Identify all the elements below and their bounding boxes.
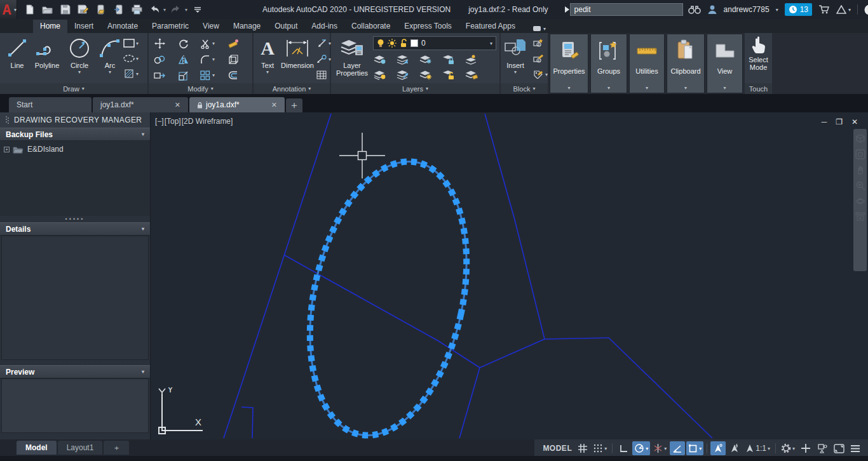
trim-button[interactable]: [198, 37, 212, 50]
new-layout-button[interactable]: ＋: [104, 441, 129, 455]
help-search-input[interactable]: [570, 3, 683, 16]
tab-model[interactable]: Model: [17, 441, 57, 455]
customization-button[interactable]: [848, 441, 863, 455]
panel-label-modify[interactable]: Modify▾: [149, 83, 252, 94]
drawing-line-2[interactable]: [485, 114, 545, 339]
file-tab2-close-icon[interactable]: ✕: [271, 101, 277, 109]
drawing-line-4[interactable]: [459, 368, 480, 438]
drm-title-bar[interactable]: DRAWING RECOVERY MANAGER: [0, 112, 150, 128]
doc-close-button[interactable]: ✕: [851, 117, 858, 126]
search-binoculars-icon[interactable]: [688, 4, 701, 15]
copy-button[interactable]: [153, 53, 166, 66]
save-to-web-mobile-button[interactable]: [111, 2, 126, 17]
layer-off-button[interactable]: [373, 53, 387, 66]
select-mode-button[interactable]: Select Mode: [745, 35, 772, 72]
file-tab1-close-icon[interactable]: ✕: [175, 101, 180, 109]
selected-ellipse-highlight[interactable]: [287, 147, 490, 439]
drm-section-preview[interactable]: Preview ▾: [0, 365, 150, 378]
file-tab-start[interactable]: Start: [9, 97, 92, 112]
insert-block-button[interactable]: Insert ▾: [501, 35, 530, 82]
tab-view[interactable]: View: [196, 20, 226, 33]
annotation-monitor-button[interactable]: [798, 441, 813, 455]
showmotion-icon[interactable]: [855, 212, 865, 221]
ortho-toggle[interactable]: [616, 441, 631, 455]
model-space-toggle[interactable]: MODEL: [541, 441, 574, 455]
orbit-icon[interactable]: [855, 196, 865, 206]
layer-lock-button[interactable]: [442, 53, 456, 66]
tab-home[interactable]: Home: [33, 20, 67, 33]
workspace-switching-button[interactable]: ▾: [779, 441, 797, 455]
layer-match-button[interactable]: [465, 69, 478, 81]
doc-restore-button[interactable]: ❐: [836, 117, 843, 126]
file-tab-joy1a-1[interactable]: joy1a.dxf* ✕: [93, 97, 188, 112]
drawing-line-3[interactable]: [480, 339, 545, 368]
circle-button[interactable]: Circle ▾: [65, 35, 94, 82]
panel-label-layers[interactable]: Layers▾: [331, 83, 499, 94]
autodesk-app-menu[interactable]: ▾: [836, 5, 851, 14]
define-attributes-button[interactable]: [531, 68, 545, 81]
fillet-caret-icon[interactable]: ▾: [212, 57, 215, 62]
new-file-tab-button[interactable]: ＋: [286, 98, 302, 112]
panel-label-annotation[interactable]: Annotation▾: [254, 83, 330, 94]
viewport-minimize-control[interactable]: [−]: [155, 117, 164, 126]
array-button[interactable]: [198, 69, 212, 82]
annotation-visibility-toggle[interactable]: [710, 441, 726, 455]
isometric-drafting-toggle[interactable]: ▾: [651, 441, 668, 455]
plot-button[interactable]: [129, 2, 144, 17]
drm-grip-icon[interactable]: [5, 116, 9, 124]
rectangle-button[interactable]: [122, 37, 136, 50]
polyline-button[interactable]: Polyline: [31, 35, 64, 82]
layer-isolate-button[interactable]: [396, 53, 410, 66]
search-history-arrow-icon[interactable]: [564, 6, 570, 13]
drawing-line-6[interactable]: [609, 338, 712, 438]
panel-utilities[interactable]: Utilities ▾: [629, 34, 665, 93]
hatch-button[interactable]: [122, 67, 136, 80]
drawing-canvas[interactable]: [151, 112, 868, 439]
line-button[interactable]: Line: [3, 35, 32, 82]
panel-label-draw[interactable]: Draw▾: [0, 83, 147, 94]
polar-tracking-toggle[interactable]: ▾: [632, 441, 650, 455]
panel-clipboard[interactable]: Clipboard ▾: [667, 34, 705, 93]
open-from-web-mobile-button[interactable]: [93, 2, 109, 17]
drm-section-details[interactable]: Details ▾: [0, 222, 150, 236]
leader-button[interactable]: [315, 37, 329, 50]
layer-on-button[interactable]: [373, 69, 387, 81]
drm-splitter[interactable]: •••••: [0, 216, 150, 222]
array-caret-icon[interactable]: ▾: [212, 72, 215, 78]
layer-properties-button[interactable]: Layer Properties: [332, 35, 372, 82]
ucs-icon[interactable]: X Y: [154, 387, 212, 437]
application-menu-button[interactable]: ▾: [0, 0, 17, 19]
offset-button[interactable]: [226, 69, 240, 82]
explode-button[interactable]: [226, 53, 240, 66]
notification-badge[interactable]: 13: [785, 3, 812, 16]
layer-freeze-button[interactable]: [419, 53, 433, 66]
drawing-area[interactable]: [−] [Top] [2D Wireframe] ─ ❐ ✕ X Y: [151, 112, 868, 439]
arc-button[interactable]: Arc ▾: [95, 35, 125, 82]
tab-addins[interactable]: Add-ins: [304, 20, 344, 33]
isolate-objects-button[interactable]: [815, 441, 830, 455]
snap-mode-toggle[interactable]: ▾: [592, 441, 609, 455]
grid-display-toggle[interactable]: [575, 441, 590, 455]
object-snap-tracking-toggle[interactable]: [670, 441, 685, 455]
tab-insert[interactable]: Insert: [67, 20, 100, 33]
drawing-line-5[interactable]: [545, 338, 609, 339]
qat-customize-button[interactable]: [190, 2, 205, 17]
open-button[interactable]: [40, 2, 55, 17]
object-snap-toggle[interactable]: ▾: [686, 441, 703, 455]
write-block-button[interactable]: [531, 52, 545, 65]
trim-caret-icon[interactable]: ▾: [212, 41, 215, 46]
clean-screen-button[interactable]: [831, 441, 846, 455]
new-drawing-button[interactable]: [22, 2, 37, 17]
rotate-button[interactable]: [177, 37, 191, 50]
erase-button[interactable]: [226, 37, 240, 50]
scale-button[interactable]: [177, 69, 191, 82]
ellipse-button[interactable]: [122, 52, 136, 65]
create-block-button[interactable]: [531, 36, 545, 49]
zoom-icon[interactable]: [855, 180, 865, 190]
tab-parametric[interactable]: Parametric: [145, 20, 196, 33]
mirror-button[interactable]: [177, 53, 191, 66]
rectangle-caret-icon[interactable]: ▾: [136, 41, 139, 46]
tab-collaborate[interactable]: Collaborate: [344, 20, 397, 33]
hatch-caret-icon[interactable]: ▾: [136, 71, 139, 77]
panel-view[interactable]: View ▾: [707, 34, 743, 93]
